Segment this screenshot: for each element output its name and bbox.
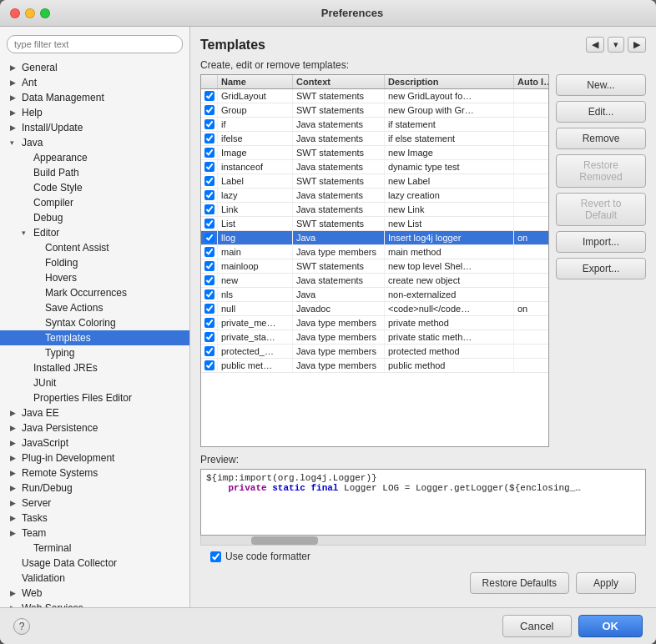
sidebar-item-data-management[interactable]: ▶Data Management bbox=[0, 90, 189, 105]
toolbar-back-btn[interactable]: ◀ bbox=[586, 37, 604, 53]
table-row[interactable]: ifJava statementsif statement bbox=[201, 118, 548, 132]
row-checkbox-cell[interactable] bbox=[201, 345, 218, 358]
sidebar-item-remote-systems[interactable]: ▶Remote Systems bbox=[0, 465, 189, 480]
table-row[interactable]: instanceofJava statementsdynamic type te… bbox=[201, 160, 548, 174]
sidebar-item-debug[interactable]: Debug bbox=[0, 210, 189, 225]
minimize-button[interactable] bbox=[25, 8, 35, 18]
table-row[interactable]: LabelSWT statementsnew Label bbox=[201, 174, 548, 189]
sidebar-item-java[interactable]: ▾Java bbox=[0, 135, 189, 150]
search-input[interactable] bbox=[7, 35, 183, 53]
sidebar-item-plug-in-development[interactable]: ▶Plug-in Development bbox=[0, 450, 189, 465]
row-checkbox[interactable] bbox=[204, 332, 214, 342]
sidebar-item-web-services[interactable]: ▶Web Services bbox=[0, 601, 189, 607]
row-checkbox-cell[interactable] bbox=[201, 132, 218, 145]
row-checkbox[interactable] bbox=[204, 190, 214, 200]
row-checkbox-cell[interactable] bbox=[201, 203, 218, 216]
row-checkbox[interactable] bbox=[204, 247, 214, 257]
row-checkbox-cell[interactable] bbox=[201, 231, 218, 244]
import-button[interactable]: Import... bbox=[556, 231, 646, 253]
row-checkbox-cell[interactable] bbox=[201, 316, 218, 330]
templates-table[interactable]: Name Context Description Auto Ins… GridL… bbox=[200, 74, 549, 447]
row-checkbox[interactable] bbox=[204, 119, 214, 129]
apply-button[interactable]: Apply bbox=[576, 572, 636, 594]
row-checkbox[interactable] bbox=[204, 304, 214, 314]
sidebar-item-content-assist[interactable]: Content Assist bbox=[0, 240, 189, 255]
sidebar-item-web[interactable]: ▶Web bbox=[0, 586, 189, 601]
row-checkbox-cell[interactable] bbox=[201, 274, 218, 287]
new-button[interactable]: New... bbox=[556, 74, 646, 96]
row-checkbox-cell[interactable] bbox=[201, 288, 218, 301]
row-checkbox-cell[interactable] bbox=[201, 359, 218, 372]
use-code-formatter-checkbox[interactable] bbox=[210, 551, 221, 562]
sidebar-item-code-style[interactable]: Code Style bbox=[0, 180, 189, 195]
remove-button[interactable]: Remove bbox=[556, 128, 646, 149]
cancel-button[interactable]: Cancel bbox=[502, 615, 571, 637]
preview-scrollbar[interactable] bbox=[200, 536, 646, 546]
row-checkbox[interactable] bbox=[204, 360, 214, 370]
row-checkbox-cell[interactable] bbox=[201, 245, 218, 259]
sidebar-item-terminal[interactable]: Terminal bbox=[0, 541, 189, 556]
table-row[interactable]: nullJavadoc<code>null</code…on bbox=[201, 302, 548, 316]
table-row[interactable]: LinkJava statementsnew Link bbox=[201, 203, 548, 217]
table-row[interactable]: private_sta…Java type membersprivate sta… bbox=[201, 330, 548, 345]
table-row[interactable]: newJava statementscreate new object bbox=[201, 274, 548, 288]
row-checkbox[interactable] bbox=[204, 133, 214, 143]
sidebar-item-server[interactable]: ▶Server bbox=[0, 496, 189, 511]
toolbar-dropdown-btn[interactable]: ▾ bbox=[608, 37, 624, 53]
table-row[interactable]: protected_…Java type membersprotected me… bbox=[201, 345, 548, 359]
sidebar-item-compiler[interactable]: Compiler bbox=[0, 195, 189, 210]
table-row[interactable]: ListSWT statementsnew List bbox=[201, 217, 548, 231]
table-row[interactable]: GroupSWT statementsnew Group with Gr… bbox=[201, 103, 548, 118]
table-row[interactable]: ImageSWT statementsnew Image bbox=[201, 146, 548, 160]
sidebar-item-validation[interactable]: Validation bbox=[0, 571, 189, 586]
row-checkbox-cell[interactable] bbox=[201, 189, 218, 202]
restore-defaults-button[interactable]: Restore Defaults bbox=[470, 572, 569, 594]
row-checkbox[interactable] bbox=[204, 233, 214, 243]
sidebar-item-appearance[interactable]: Appearance bbox=[0, 150, 189, 165]
sidebar-item-hovers[interactable]: Hovers bbox=[0, 270, 189, 285]
sidebar-item-mark-occurrences[interactable]: Mark Occurrences bbox=[0, 285, 189, 300]
sidebar-item-general[interactable]: ▶General bbox=[0, 60, 189, 75]
sidebar-item-javascript[interactable]: ▶JavaScript bbox=[0, 435, 189, 450]
table-row[interactable]: nlsJavanon-externalized bbox=[201, 288, 548, 302]
sidebar-item-templates[interactable]: Templates bbox=[0, 330, 189, 345]
restore-removed-button[interactable]: Restore Removed bbox=[556, 154, 646, 188]
maximize-button[interactable] bbox=[40, 8, 50, 18]
sidebar-item-tasks[interactable]: ▶Tasks bbox=[0, 511, 189, 526]
sidebar-item-syntax-coloring[interactable]: Syntax Coloring bbox=[0, 315, 189, 330]
ok-button[interactable]: OK bbox=[578, 615, 643, 637]
sidebar-item-ant[interactable]: ▶Ant bbox=[0, 75, 189, 90]
row-checkbox[interactable] bbox=[204, 204, 214, 214]
revert-to-default-button[interactable]: Revert to Default bbox=[556, 193, 646, 226]
row-checkbox[interactable] bbox=[204, 176, 214, 186]
row-checkbox-cell[interactable] bbox=[201, 89, 218, 103]
sidebar-item-install-update[interactable]: ▶Install/Update bbox=[0, 120, 189, 135]
sidebar-item-editor[interactable]: ▾Editor bbox=[0, 225, 189, 240]
table-row[interactable]: lazyJava statementslazy creation bbox=[201, 189, 548, 203]
table-row[interactable]: private_me…Java type membersprivate meth… bbox=[201, 316, 548, 330]
row-checkbox-cell[interactable] bbox=[201, 174, 218, 188]
sidebar-item-team[interactable]: ▶Team bbox=[0, 526, 189, 541]
table-row[interactable]: GridLayoutSWT statementsnew GridLayout f… bbox=[201, 89, 548, 103]
row-checkbox-cell[interactable] bbox=[201, 103, 218, 117]
row-checkbox-cell[interactable] bbox=[201, 302, 218, 315]
row-checkbox[interactable] bbox=[204, 105, 214, 115]
edit-button[interactable]: Edit... bbox=[556, 101, 646, 123]
use-code-formatter-label[interactable]: Use code formatter bbox=[210, 551, 310, 562]
row-checkbox-cell[interactable] bbox=[201, 160, 218, 174]
row-checkbox[interactable] bbox=[204, 148, 214, 158]
row-checkbox[interactable] bbox=[204, 261, 214, 271]
table-row[interactable]: mainJava type membersmain method bbox=[201, 245, 548, 259]
row-checkbox-cell[interactable] bbox=[201, 330, 218, 344]
row-checkbox-cell[interactable] bbox=[201, 118, 218, 131]
sidebar-item-save-actions[interactable]: Save Actions bbox=[0, 300, 189, 315]
table-row[interactable]: ifelseJava statementsif else statement bbox=[201, 132, 548, 146]
sidebar-item-help[interactable]: ▶Help bbox=[0, 105, 189, 120]
row-checkbox[interactable] bbox=[204, 318, 214, 328]
table-row[interactable]: mainloopSWT statementsnew top level Shel… bbox=[201, 259, 548, 274]
sidebar-item-java-ee[interactable]: ▶Java EE bbox=[0, 405, 189, 420]
sidebar-item-installed-jres[interactable]: Installed JREs bbox=[0, 360, 189, 375]
row-checkbox[interactable] bbox=[204, 275, 214, 285]
row-checkbox[interactable] bbox=[204, 219, 214, 229]
row-checkbox[interactable] bbox=[204, 91, 214, 101]
